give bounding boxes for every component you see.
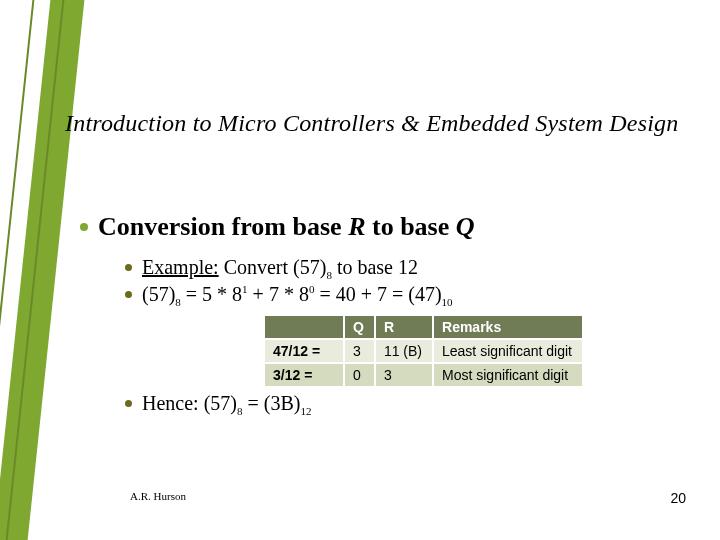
table-header-q: Q — [345, 316, 376, 338]
cell-rem: Least significant digit — [434, 338, 582, 362]
example-label: Example: — [142, 256, 219, 278]
calc-eq1: = 5 * 8 — [181, 283, 242, 305]
conversion-table: Q R Remarks 47/12 = 3 11 (B) Least signi… — [265, 316, 582, 386]
sub-bullet-example: Example: Convert (57)8 to base 12 — [125, 256, 720, 279]
calc-b10: 10 — [442, 296, 453, 308]
content-area: Introduction to Micro Controllers & Embe… — [55, 0, 720, 540]
table-header-blank — [265, 316, 345, 338]
calc-plus: + 7 * 8 — [248, 283, 309, 305]
sub-bullets: Example: Convert (57)8 to base 12 (57)8 … — [125, 256, 720, 415]
hence-lead: Hence: (57) — [142, 392, 237, 414]
sub-bullet-hence: Hence: (57)8 = (3B)12 — [125, 392, 720, 415]
main-mid: to base — [365, 212, 455, 241]
cell-q: 3 — [345, 338, 376, 362]
cell-op: 3/12 = — [265, 362, 345, 386]
sub-hence-text: Hence: (57)8 = (3B)12 — [142, 392, 311, 415]
slide-title: Introduction to Micro Controllers & Embe… — [65, 110, 720, 137]
table-row: 47/12 = 3 11 (B) Least significant digit — [265, 338, 582, 362]
example-rest-a: Convert (57) — [219, 256, 327, 278]
calc-a: (57) — [142, 283, 175, 305]
sub-example-text: Example: Convert (57)8 to base 12 — [142, 256, 418, 279]
main-prefix: Conversion from base — [98, 212, 348, 241]
table-row: 3/12 = 0 3 Most significant digit — [265, 362, 582, 386]
table-header-r: R — [376, 316, 434, 338]
example-rest-b: to base 12 — [332, 256, 418, 278]
footer-page-number: 20 — [670, 490, 686, 506]
cell-q: 0 — [345, 362, 376, 386]
hence-b12: 12 — [300, 405, 311, 417]
cell-r: 3 — [376, 362, 434, 386]
cell-r: 11 (B) — [376, 338, 434, 362]
bullet-icon — [125, 291, 132, 298]
sub-bullet-calc: (57)8 = 5 * 81 + 7 * 80 = 40 + 7 = (47)1… — [125, 283, 720, 306]
sub-calc-text: (57)8 = 5 * 81 + 7 * 80 = 40 + 7 = (47)1… — [142, 283, 453, 306]
calc-mid: = 40 + 7 = (47) — [314, 283, 441, 305]
table-header-remarks: Remarks — [434, 316, 582, 338]
cell-rem: Most significant digit — [434, 362, 582, 386]
main-r: R — [348, 212, 365, 241]
cell-op: 47/12 = — [265, 338, 345, 362]
bullet-icon — [80, 223, 88, 231]
main-q: Q — [456, 212, 475, 241]
bullet-icon — [125, 400, 132, 407]
footer-author: A.R. Hurson — [130, 490, 186, 502]
main-bullet-text: Conversion from base R to base Q — [98, 212, 475, 242]
main-bullet: Conversion from base R to base Q — [80, 212, 720, 242]
table-header-row: Q R Remarks — [265, 316, 582, 338]
hence-mid: = (3B) — [242, 392, 300, 414]
slide: Introduction to Micro Controllers & Embe… — [0, 0, 720, 540]
bullet-icon — [125, 264, 132, 271]
